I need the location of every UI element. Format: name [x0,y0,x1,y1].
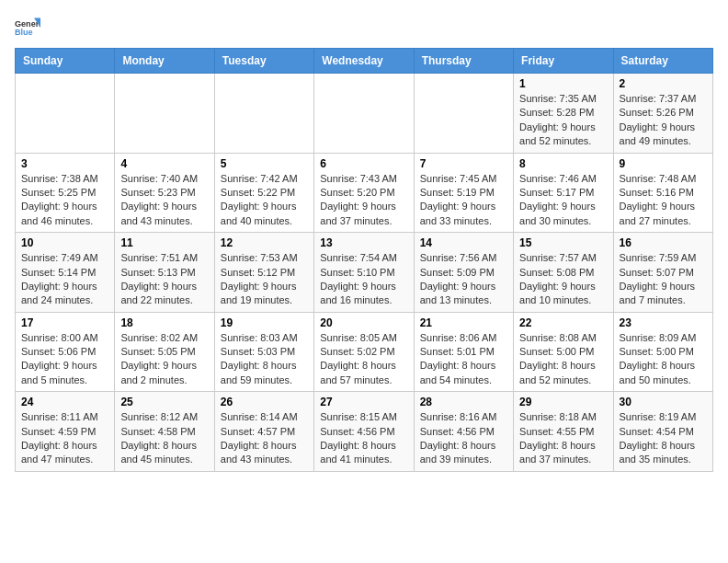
day-number: 22 [519,316,607,329]
day-number: 8 [519,157,607,170]
day-number: 21 [420,316,507,329]
calendar-cell: 29Sunrise: 8:18 AM Sunset: 4:55 PM Dayli… [514,392,613,472]
day-number: 30 [620,396,707,408]
day-info: Sunrise: 7:59 AM Sunset: 5:07 PM Dayligh… [620,251,707,308]
day-number: 24 [21,396,108,408]
day-number: 15 [519,236,607,249]
day-number: 14 [420,236,507,249]
day-info: Sunrise: 7:35 AM Sunset: 5:28 PM Dayligh… [519,92,607,149]
calendar-body: 1Sunrise: 7:35 AM Sunset: 5:28 PM Daylig… [16,74,713,472]
day-info: Sunrise: 7:49 AM Sunset: 5:14 PM Dayligh… [21,251,108,308]
day-number: 2 [620,77,707,90]
day-header-wednesday: Wednesday [314,49,414,74]
day-number: 13 [320,236,407,249]
calendar-cell: 5Sunrise: 7:42 AM Sunset: 5:22 PM Daylig… [214,153,313,233]
day-info: Sunrise: 8:02 AM Sunset: 5:05 PM Dayligh… [120,331,208,388]
day-header-sunday: Sunday [16,49,115,74]
day-header-tuesday: Tuesday [214,49,313,74]
calendar-cell: 22Sunrise: 8:08 AM Sunset: 5:00 PM Dayli… [514,312,613,392]
calendar-cell: 7Sunrise: 7:45 AM Sunset: 5:19 PM Daylig… [414,153,513,233]
calendar-cell: 16Sunrise: 7:59 AM Sunset: 5:07 PM Dayli… [613,233,712,313]
calendar-cell: 10Sunrise: 7:49 AM Sunset: 5:14 PM Dayli… [16,233,115,313]
calendar-cell: 17Sunrise: 8:00 AM Sunset: 5:06 PM Dayli… [16,312,115,392]
calendar-table: SundayMondayTuesdayWednesdayThursdayFrid… [15,48,713,472]
day-info: Sunrise: 7:54 AM Sunset: 5:10 PM Dayligh… [320,251,407,308]
day-number: 27 [320,396,407,408]
day-number: 4 [120,157,208,170]
day-number: 7 [420,157,507,170]
calendar-cell: 14Sunrise: 7:56 AM Sunset: 5:09 PM Dayli… [414,233,513,313]
svg-text:Blue: Blue [15,28,33,37]
day-number: 18 [120,316,208,329]
calendar-cell [414,74,513,154]
calendar-cell: 3Sunrise: 7:38 AM Sunset: 5:25 PM Daylig… [16,153,115,233]
calendar-cell: 15Sunrise: 7:57 AM Sunset: 5:08 PM Dayli… [514,233,613,313]
day-info: Sunrise: 7:51 AM Sunset: 5:13 PM Dayligh… [120,251,208,308]
day-number: 1 [519,77,607,90]
day-info: Sunrise: 8:18 AM Sunset: 4:55 PM Dayligh… [519,410,607,467]
day-number: 25 [120,396,208,408]
day-number: 5 [221,157,308,170]
week-row-4: 17Sunrise: 8:00 AM Sunset: 5:06 PM Dayli… [16,312,713,392]
calendar-cell: 4Sunrise: 7:40 AM Sunset: 5:23 PM Daylig… [115,153,214,233]
day-info: Sunrise: 8:08 AM Sunset: 5:00 PM Dayligh… [519,331,607,388]
day-info: Sunrise: 7:37 AM Sunset: 5:26 PM Dayligh… [620,92,707,149]
calendar-cell: 25Sunrise: 8:12 AM Sunset: 4:58 PM Dayli… [115,392,214,472]
day-number: 16 [620,236,707,249]
week-row-5: 24Sunrise: 8:11 AM Sunset: 4:59 PM Dayli… [16,392,713,472]
calendar-cell: 27Sunrise: 8:15 AM Sunset: 4:56 PM Dayli… [314,392,414,472]
day-number: 3 [21,157,108,170]
calendar-cell [16,74,115,154]
day-number: 26 [221,396,308,408]
day-number: 11 [120,236,208,249]
calendar-cell: 6Sunrise: 7:43 AM Sunset: 5:20 PM Daylig… [314,153,414,233]
day-number: 10 [21,236,108,249]
day-header-thursday: Thursday [414,49,513,74]
calendar-cell [214,74,313,154]
week-row-3: 10Sunrise: 7:49 AM Sunset: 5:14 PM Dayli… [16,233,713,313]
day-info: Sunrise: 7:38 AM Sunset: 5:25 PM Dayligh… [21,172,108,229]
day-info: Sunrise: 7:48 AM Sunset: 5:16 PM Dayligh… [620,172,707,229]
day-number: 6 [320,157,407,170]
day-info: Sunrise: 8:16 AM Sunset: 4:56 PM Dayligh… [420,410,507,467]
day-info: Sunrise: 7:57 AM Sunset: 5:08 PM Dayligh… [519,251,607,308]
day-info: Sunrise: 7:43 AM Sunset: 5:20 PM Dayligh… [320,172,407,229]
day-info: Sunrise: 8:03 AM Sunset: 5:03 PM Dayligh… [221,331,308,388]
calendar-cell: 2Sunrise: 7:37 AM Sunset: 5:26 PM Daylig… [613,74,712,154]
calendar-cell: 28Sunrise: 8:16 AM Sunset: 4:56 PM Dayli… [414,392,513,472]
day-info: Sunrise: 8:19 AM Sunset: 4:54 PM Dayligh… [620,410,707,467]
week-row-1: 1Sunrise: 7:35 AM Sunset: 5:28 PM Daylig… [16,74,713,154]
day-number: 9 [620,157,707,170]
day-info: Sunrise: 8:15 AM Sunset: 4:56 PM Dayligh… [320,410,407,467]
day-number: 19 [221,316,308,329]
day-info: Sunrise: 7:42 AM Sunset: 5:22 PM Dayligh… [221,172,308,229]
calendar-cell: 23Sunrise: 8:09 AM Sunset: 5:00 PM Dayli… [613,312,712,392]
day-header-friday: Friday [514,49,613,74]
day-number: 12 [221,236,308,249]
calendar-cell: 1Sunrise: 7:35 AM Sunset: 5:28 PM Daylig… [514,74,613,154]
calendar-cell: 9Sunrise: 7:48 AM Sunset: 5:16 PM Daylig… [613,153,712,233]
calendar-cell: 13Sunrise: 7:54 AM Sunset: 5:10 PM Dayli… [314,233,414,313]
week-row-2: 3Sunrise: 7:38 AM Sunset: 5:25 PM Daylig… [16,153,713,233]
day-number: 23 [620,316,707,329]
day-info: Sunrise: 8:14 AM Sunset: 4:57 PM Dayligh… [221,410,308,467]
calendar-cell: 20Sunrise: 8:05 AM Sunset: 5:02 PM Dayli… [314,312,414,392]
calendar-header-row: SundayMondayTuesdayWednesdayThursdayFrid… [16,49,713,74]
calendar-cell: 24Sunrise: 8:11 AM Sunset: 4:59 PM Dayli… [16,392,115,472]
day-info: Sunrise: 7:53 AM Sunset: 5:12 PM Dayligh… [221,251,308,308]
calendar-cell [115,74,214,154]
day-header-saturday: Saturday [613,49,712,74]
day-info: Sunrise: 8:11 AM Sunset: 4:59 PM Dayligh… [21,410,108,467]
day-number: 29 [519,396,607,408]
calendar-cell: 30Sunrise: 8:19 AM Sunset: 4:54 PM Dayli… [613,392,712,472]
day-info: Sunrise: 8:06 AM Sunset: 5:01 PM Dayligh… [420,331,507,388]
calendar-cell: 18Sunrise: 8:02 AM Sunset: 5:05 PM Dayli… [115,312,214,392]
day-number: 20 [320,316,407,329]
calendar-cell: 12Sunrise: 7:53 AM Sunset: 5:12 PM Dayli… [214,233,313,313]
day-info: Sunrise: 8:05 AM Sunset: 5:02 PM Dayligh… [320,331,407,388]
day-info: Sunrise: 8:00 AM Sunset: 5:06 PM Dayligh… [21,331,108,388]
calendar-cell [314,74,414,154]
logo-icon: General Blue [15,15,40,40]
day-info: Sunrise: 8:09 AM Sunset: 5:00 PM Dayligh… [620,331,707,388]
day-info: Sunrise: 7:45 AM Sunset: 5:19 PM Dayligh… [420,172,507,229]
